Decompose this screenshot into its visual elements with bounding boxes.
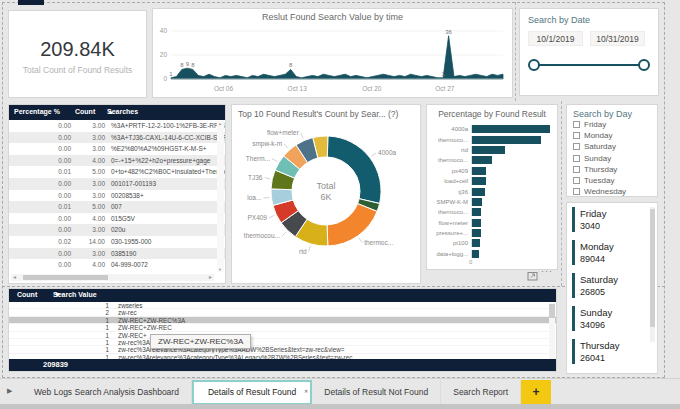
checkbox-icon[interactable] <box>573 155 580 162</box>
bar-row[interactable]: load+cell <box>427 176 550 186</box>
bar-row[interactable]: thermoco... <box>427 134 550 144</box>
vertical-scrollbar[interactable] <box>549 303 555 359</box>
scroll-down-icon[interactable]: ▼ <box>218 267 222 272</box>
end-date-input[interactable]: 10/31/2019 <box>590 31 645 46</box>
table-header[interactable]: Percentage % Count Searches ▲ <box>9 105 225 120</box>
table-row[interactable]: 1ZW-REC+ZW-REC%3A <box>9 317 556 324</box>
donut-chart-panel[interactable]: Top 10 Found Result's Count by Sear... (… <box>231 104 421 284</box>
slider-handle-end[interactable] <box>638 59 650 71</box>
bar[interactable] <box>472 219 481 227</box>
bar[interactable] <box>472 208 481 216</box>
column-header-count[interactable]: Count <box>17 291 37 298</box>
date-range-slider[interactable] <box>528 59 650 73</box>
checkbox-icon[interactable] <box>573 121 580 128</box>
checkbox-icon[interactable] <box>573 166 580 173</box>
day-checkbox-thursday[interactable]: Thursday <box>573 164 651 175</box>
bar-row[interactable]: tj36 <box>427 186 550 196</box>
bar-row[interactable]: 4000a <box>427 124 550 134</box>
scroll-left-icon[interactable]: ◄ <box>12 274 17 281</box>
table-row[interactable]: 0.0214.00030-1955-000 <box>9 236 225 248</box>
day-checkbox-friday[interactable]: Friday <box>573 119 651 130</box>
bar[interactable] <box>472 229 481 237</box>
day-list-item[interactable]: Monday89044 <box>572 240 648 265</box>
column-header-percentage[interactable]: Percentage % <box>14 108 60 115</box>
close-icon[interactable]: ✕ <box>304 381 308 402</box>
bar[interactable] <box>472 156 492 164</box>
area-chart[interactable]: 0204018988136Oct 06Oct 13Oct 20Oct 27 <box>153 23 509 95</box>
bar-row[interactable]: pt100 <box>427 238 550 248</box>
scroll-up-icon[interactable]: ▲ <box>218 121 222 126</box>
bar-row[interactable]: data+logg... <box>427 249 550 259</box>
scrollbar-thumb[interactable] <box>650 209 655 327</box>
table-row[interactable]: 0.004.000=-+15+%22+h2o+pressure+gage <box>9 155 225 167</box>
table-row[interactable]: 0.003.00%3A+TJ36-CAXL-14U-6-CC-XCIB-SMPW… <box>9 132 225 144</box>
vertical-scrollbar[interactable] <box>650 207 655 342</box>
table-row[interactable]: 0.003.0000208538+ <box>9 190 225 202</box>
bar[interactable] <box>472 125 550 133</box>
day-checkbox-tuesday[interactable]: Tuesday <box>573 175 651 186</box>
bar-chart-panel[interactable]: Percentage by Found Result 4000athermoco… <box>426 104 558 270</box>
table-row[interactable]: 1zw-rec%3Arelevance%3AcategoryType%3AADW… <box>9 346 556 353</box>
bar[interactable] <box>472 198 482 206</box>
day-checkbox-monday[interactable]: Monday <box>573 130 651 141</box>
table-row[interactable]: 2zw-rec <box>9 309 556 316</box>
table-row[interactable]: 1ZW-REC+ZW-REC <box>9 324 556 331</box>
donut-segment[interactable] <box>327 136 381 204</box>
bar[interactable] <box>472 239 480 247</box>
tab-details-of-result-found[interactable]: Details of Result Found✕ <box>192 380 312 405</box>
bar-row[interactable]: SMPW-K-M <box>427 197 550 207</box>
donut-chart[interactable]: 4000athermoc...rtdthermocou...PX409loa..… <box>232 119 420 283</box>
horizontal-scrollbar[interactable]: ◄ ► <box>11 274 214 281</box>
bar-row[interactable]: px409 <box>427 166 550 176</box>
bar[interactable] <box>472 177 486 185</box>
table-row[interactable]: 0.015.000+to+482%C2%B0C+Insulated+Thermo… <box>9 166 225 178</box>
checkbox-icon[interactable] <box>573 177 580 184</box>
search-value-table-panel[interactable]: Count Search Value ▼ 1zwseries2zw-rec1ZW… <box>8 288 557 372</box>
add-page-button[interactable]: + <box>521 380 551 405</box>
table-row[interactable]: 0.003.00020u <box>9 224 225 236</box>
scrollbar-thumb[interactable] <box>549 304 555 318</box>
bar[interactable] <box>472 146 505 154</box>
day-list-item[interactable]: Thursday26041 <box>572 339 648 364</box>
day-slicer-panel[interactable]: Search by Day FridayMondaySaturdaySunday… <box>566 104 658 197</box>
column-header-count[interactable]: Count <box>75 108 95 115</box>
bar[interactable] <box>472 188 485 196</box>
bar-row[interactable]: flow+meter <box>427 218 550 228</box>
day-list-item[interactable]: Friday3040 <box>572 207 648 232</box>
table-row[interactable]: 0.004.00015G5V <box>9 213 225 225</box>
day-list-item[interactable]: Sunday34096 <box>572 306 648 331</box>
table-row[interactable]: 0.015.00007 <box>9 201 225 213</box>
table-row[interactable]: 0.004.0004-999-0072 <box>9 259 225 271</box>
day-checkbox-sunday[interactable]: Sunday <box>573 153 651 164</box>
bar-row[interactable]: thermoco... <box>427 207 550 217</box>
tab-search-report[interactable]: Search Report <box>441 380 521 405</box>
scroll-right-icon[interactable]: ► <box>208 274 213 281</box>
searches-table-panel[interactable]: Percentage % Count Searches ▲ 0.003.00%3… <box>8 104 226 284</box>
start-date-input[interactable]: 10/1/2019 <box>528 31 583 46</box>
date-slicer-panel[interactable]: Search by Date 10/1/2019 10/31/2019 <box>519 8 659 96</box>
bar-row[interactable]: thermoco... <box>427 155 550 165</box>
day-checkbox-saturday[interactable]: Saturday <box>573 141 651 152</box>
bar[interactable] <box>472 136 541 144</box>
focus-mode-icon[interactable] <box>527 271 538 281</box>
table-row[interactable]: 0.003.000385190 <box>9 248 225 260</box>
table-row[interactable]: 0.003.00%E2%80%A2%09HGST-K-M-S+ <box>9 143 225 155</box>
scrollbar-thumb[interactable] <box>23 275 108 280</box>
day-checkbox-wednesday[interactable]: Wednesday <box>573 186 651 197</box>
bar-row[interactable]: rtd <box>427 145 550 155</box>
bar-row[interactable]: pressure+... <box>427 228 550 238</box>
bar[interactable] <box>472 250 479 258</box>
more-options-icon[interactable]: ··· <box>541 266 553 276</box>
tab-nav-arrow-icon[interactable]: ▶ <box>7 387 12 395</box>
tab-details-of-result-not-found[interactable]: Details of Result Not Found <box>312 380 441 405</box>
bar[interactable] <box>472 167 486 175</box>
day-list-item[interactable]: Saturday26805 <box>572 273 648 298</box>
table-row[interactable]: 0.003.00001017-001193 <box>9 178 225 190</box>
table-row[interactable]: 1ZW-REC+ <box>9 332 556 339</box>
total-count-card[interactable]: 209.84K Total Count of Found Results <box>8 10 147 98</box>
tab-web-logs-search-analysis-dashboard[interactable]: Web Logs Search Analysis Dashboard <box>22 380 192 405</box>
checkbox-icon[interactable] <box>573 188 580 195</box>
table-row[interactable]: 0.003.00%3A+PRTF-12-2-100-1%2FB-3E-RP-SL… <box>9 120 225 132</box>
checkbox-icon[interactable] <box>573 132 580 139</box>
area-series[interactable] <box>171 36 503 79</box>
